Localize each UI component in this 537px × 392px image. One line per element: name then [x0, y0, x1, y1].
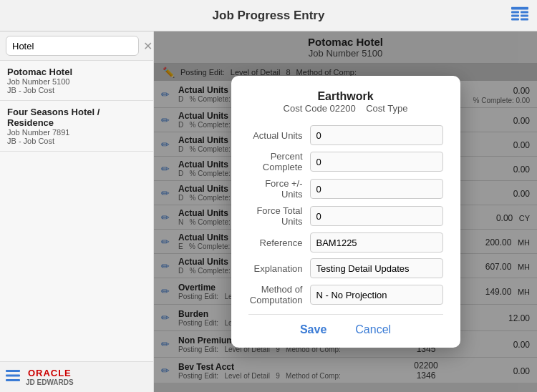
table-icon[interactable] [511, 6, 528, 24]
explanation-input[interactable] [310, 258, 443, 278]
svg-rect-4 [521, 14, 528, 16]
modal-field-force-total-units: Force Total Units [248, 205, 443, 227]
modal-label-percent-complete: Percent Complete [248, 151, 310, 172]
modal-cost-code: Cost Code 02200 [284, 103, 356, 114]
svg-rect-0 [511, 6, 528, 9]
save-button[interactable]: Save [300, 323, 326, 336]
modal-field-method: Method of Computation [248, 284, 443, 305]
sidebar-item-number-1: Job Number 7891 [7, 128, 146, 137]
svg-rect-12 [6, 370, 20, 372]
modal-field-actual-units: Actual Units [248, 125, 443, 145]
modal-label-explanation: Explanation [248, 263, 310, 274]
clear-button[interactable]: ✕ [143, 39, 153, 53]
svg-rect-1 [511, 11, 519, 13]
svg-rect-13 [6, 374, 20, 376]
sidebar-item-fourseasons[interactable]: Four Seasons Hotel / Residence Job Numbe… [0, 101, 153, 152]
app-header: Job Progress Entry [0, 0, 537, 31]
sidebar-list: Potomac Hotel Job Number 5100 JB - Job C… [0, 61, 153, 361]
modal-field-force-plus-minus: Force +/- Units [248, 178, 443, 200]
app-title: Job Progress Entry [213, 9, 325, 23]
svg-rect-2 [521, 11, 528, 13]
sidebar: ✕ Potomac Hotel Job Number 5100 JB - Jo [0, 31, 154, 392]
svg-rect-3 [511, 14, 519, 16]
main-layout: ✕ Potomac Hotel Job Number 5100 JB - Jo [0, 31, 537, 392]
search-bar: ✕ [0, 31, 153, 61]
svg-rect-5 [511, 18, 519, 20]
modal-field-percent-complete: Percent Complete [248, 151, 443, 172]
percent-complete-input[interactable] [310, 152, 443, 172]
modal-actions: Save Cancel [248, 323, 443, 336]
svg-rect-14 [6, 379, 20, 381]
modal-title: Earthwork [248, 90, 443, 103]
sidebar-item-name-1: Four Seasons Hotel / Residence [7, 107, 146, 128]
search-input[interactable] [6, 36, 139, 56]
force-plus-minus-input[interactable] [310, 179, 443, 199]
svg-rect-6 [521, 18, 528, 20]
cancel-button[interactable]: Cancel [355, 323, 391, 336]
sidebar-item-potomac[interactable]: Potomac Hotel Job Number 5100 JB - Job C… [0, 61, 153, 101]
modal-subtitle: Cost Code 02200 Cost Type [248, 103, 443, 114]
modal-field-reference: Reference [248, 232, 443, 253]
sidebar-item-name-0: Potomac Hotel [7, 67, 146, 77]
oracle-logo: ORACLE JD EDWARDS [26, 368, 74, 386]
right-content: Potomac Hotel Job Number 5100 ✏️ Posting… [154, 31, 537, 392]
actual-units-input[interactable] [310, 125, 443, 145]
modal-label-force-plus-minus: Force +/- Units [248, 178, 310, 200]
sidebar-footer: ORACLE JD EDWARDS [0, 361, 153, 392]
modal-dialog: Earthwork Cost Code 02200 Cost Type Actu… [231, 76, 460, 348]
modal-field-explanation: Explanation [248, 258, 443, 278]
force-total-units-input[interactable] [310, 206, 443, 226]
modal-label-force-total-units: Force Total Units [248, 205, 310, 227]
sidebar-item-number-0: Job Number 5100 [7, 77, 146, 86]
sidebar-item-type-1: JB - Job Cost [7, 137, 146, 145]
modal-label-method: Method of Computation [248, 284, 310, 305]
reference-input[interactable] [310, 232, 443, 253]
modal-label-actual-units: Actual Units [248, 130, 310, 141]
sidebar-item-type-0: JB - Job Cost [7, 86, 146, 94]
modal-cost-type: Cost Type [366, 103, 407, 114]
jde-text: JD EDWARDS [26, 378, 74, 386]
method-input[interactable] [310, 285, 443, 305]
modal-label-reference: Reference [248, 237, 310, 248]
modal-divider [248, 314, 443, 315]
menu-button[interactable] [6, 370, 20, 385]
modal-overlay: Earthwork Cost Code 02200 Cost Type Actu… [154, 31, 537, 392]
oracle-text: ORACLE [28, 368, 72, 378]
